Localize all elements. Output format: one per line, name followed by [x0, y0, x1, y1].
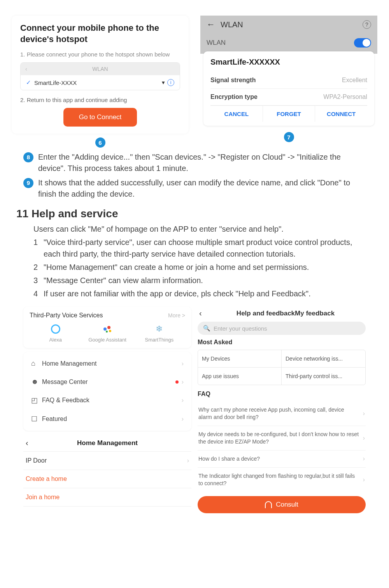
faq-heading: FAQ [198, 391, 366, 398]
faq-search-placeholder: Enter your questions [214, 325, 267, 332]
tile-device-networking[interactable]: Device networking iss... [282, 350, 365, 368]
home-management-title: Home Management [35, 439, 189, 447]
instruction-step-9: 9 It shows that the added successfully, … [23, 177, 366, 200]
smartthings-icon: ❄ [156, 324, 163, 334]
voice-services-card: Third-Party Voice Services More > Alexa [23, 306, 191, 348]
search-icon: 🔍 [203, 325, 210, 332]
signal-strength-row: Signal strength Excellent [210, 72, 367, 89]
help-feedback-screen: ‹ Help and feedbackMy feedback 🔍 Enter y… [198, 306, 366, 513]
hotspot-step2: 2. Return to this app and continue addin… [20, 96, 180, 104]
tile-my-devices[interactable]: My Devices [198, 350, 282, 368]
faq-item-2[interactable]: My device needs to be re-configured, but… [198, 426, 366, 451]
tile-app-use-issues[interactable]: App use issues [198, 368, 282, 385]
join-home-link[interactable]: Join a home [23, 488, 191, 507]
back-arrow-icon[interactable]: ← [207, 19, 215, 30]
faq-item-1[interactable]: Why can't my phone receive App push, inc… [198, 401, 366, 426]
back-icon[interactable]: ‹ [26, 438, 35, 447]
step-badge-8: 8 [23, 152, 33, 162]
book-icon: ◰ [31, 396, 42, 405]
cancel-button[interactable]: CANCEL [210, 106, 263, 122]
section-11-item-3: 3"Message Center" can view alarm informa… [33, 275, 366, 286]
wifi-selector: ‹ WLAN ✓ SmartLife-XXXX ▾ i [20, 62, 180, 90]
wifi-network-row[interactable]: ✓ SmartLife-XXXX ▾ i [21, 75, 180, 90]
google-assistant-icon [103, 324, 112, 334]
chevron-right-icon: › [363, 410, 365, 417]
home-row-ip-door[interactable]: IP Door › [23, 451, 191, 470]
section-11-heading: 11 Help and service [16, 208, 377, 220]
chevron-right-icon: › [363, 435, 365, 442]
me-screen-column: Third-Party Voice Services More > Alexa [23, 306, 191, 513]
tile-third-party-control[interactable]: Third-party control iss... [282, 368, 365, 385]
bookmark-icon: ☐ [31, 415, 42, 423]
section-11-item-4: 4If user are not familiar with the app o… [33, 288, 366, 299]
info-icon[interactable]: i [167, 79, 174, 86]
wlan-toggle-label: WLAN [207, 39, 354, 47]
service-alexa[interactable]: Alexa [30, 324, 81, 343]
back-icon[interactable]: ‹ [25, 66, 27, 72]
wlan-toggle-row: WLAN [200, 33, 377, 54]
wlan-settings-panel: ← WLAN ? WLAN SmartLife-XXXXXX Signal st… [200, 16, 377, 148]
hotspot-connect-panel: Connect your mobile phone to the device'… [12, 16, 189, 148]
network-detail-card: SmartLife-XXXXXX Signal strength Excelle… [203, 51, 374, 126]
wlan-header-title: WLAN [221, 20, 363, 29]
check-icon: ✓ [26, 79, 31, 86]
wifi-header: ‹ WLAN [21, 63, 180, 75]
section-11-item-2: 2"Home Management" can create a home or … [33, 261, 366, 273]
chevron-right-icon: › [182, 360, 184, 367]
section-11-intro: Users can click "Me" of hompage on the A… [33, 223, 366, 235]
most-asked-heading: Most Asked [198, 339, 366, 346]
home-icon: ⌂ [31, 359, 42, 368]
me-menu-card: ⌂ Home Management › ☻ Message Center › ◰… [23, 352, 191, 431]
voice-services-more[interactable]: More > [168, 312, 185, 319]
service-google-assistant[interactable]: Google Assistant [81, 324, 133, 343]
go-to-connect-button[interactable]: Go to Connect [63, 108, 137, 127]
back-icon[interactable]: ‹ [199, 309, 207, 318]
my-feedback-label: My feedback [295, 310, 335, 317]
faq-feedback-row[interactable]: ◰ FAQ & Feedback › [30, 391, 185, 410]
instruction-step-8: 8 Enter the "Adding device..." then "Sca… [23, 151, 366, 174]
step-badge-9: 9 [23, 178, 33, 188]
message-center-row[interactable]: ☻ Message Center › [30, 373, 185, 391]
most-asked-grid: My Devices Device networking iss... App … [198, 350, 366, 385]
connect-button[interactable]: CONNECT [315, 106, 367, 122]
faq-item-4[interactable]: The Indicator light changed from flashin… [198, 468, 366, 492]
network-actions: CANCEL FORGET CONNECT [210, 106, 367, 122]
chevron-right-icon: › [187, 457, 189, 464]
help-icon[interactable]: ? [363, 20, 371, 29]
hotspot-step1: 1. Please connect your phone to the hots… [20, 50, 180, 58]
step-badge-6: 6 [95, 137, 105, 148]
step-badge-7: 7 [284, 132, 294, 142]
service-smartthings[interactable]: ❄ SmartThings [133, 324, 185, 343]
notification-dot-icon [175, 380, 179, 384]
wlan-toggle[interactable] [354, 38, 371, 48]
create-home-link[interactable]: Create a home [23, 470, 191, 488]
alexa-icon [51, 324, 60, 334]
chevron-right-icon: › [363, 455, 365, 462]
faq-search-input[interactable]: 🔍 Enter your questions [198, 322, 366, 335]
chevron-right-icon: › [363, 476, 365, 483]
section-11-body: Users can click "Me" of hompage on the A… [33, 223, 366, 299]
wifi-signal-icon: ▾ [162, 79, 165, 86]
wlan-header-bar: ← WLAN ? [200, 16, 377, 33]
forget-button[interactable]: FORGET [263, 106, 315, 122]
message-icon: ☻ [31, 378, 42, 386]
network-ssid: SmartLife-XXXXXX [210, 58, 367, 67]
chevron-right-icon: › [182, 415, 184, 423]
consult-button[interactable]: Consult [198, 496, 366, 513]
home-management-screen: ‹ Home Management IP Door › Create a hom… [23, 435, 191, 507]
chevron-right-icon: › [182, 397, 184, 404]
headset-icon [265, 501, 272, 508]
section-11-item-1: 1"Voice third-party service", user can c… [33, 236, 366, 260]
encryption-type-row: Encryption type WPA2-Personal [210, 89, 367, 106]
faq-item-3[interactable]: How do I share a device?› [198, 451, 366, 468]
help-feedback-title: Help and feedback [237, 310, 295, 317]
featured-row[interactable]: ☐ Featured › [30, 410, 185, 428]
wifi-ssid: SmartLife-XXXX [34, 79, 162, 86]
hotspot-title: Connect your mobile phone to the device'… [20, 23, 180, 45]
voice-services-title: Third-Party Voice Services [30, 312, 168, 319]
home-management-row[interactable]: ⌂ Home Management › [30, 354, 185, 373]
chevron-right-icon: › [182, 379, 184, 386]
